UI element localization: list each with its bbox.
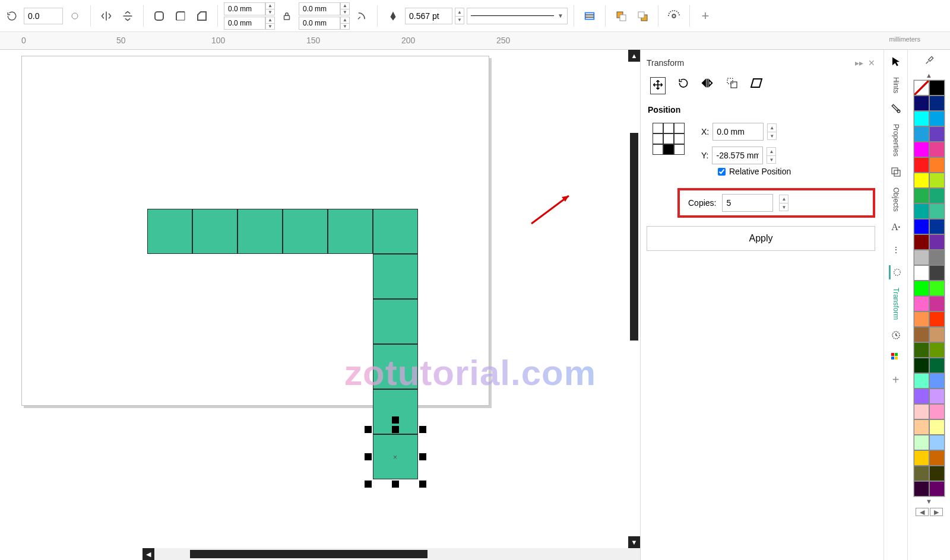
lock-corners-icon[interactable] <box>277 7 296 26</box>
spinner[interactable]: ▲▼ <box>455 8 464 24</box>
x-input[interactable] <box>712 123 764 141</box>
square[interactable] <box>373 344 418 389</box>
swatch[interactable] <box>929 389 945 404</box>
palette-right-icon[interactable]: ▶ <box>930 508 943 516</box>
scroll-up-icon[interactable]: ▲ <box>628 50 640 62</box>
swatch[interactable] <box>914 219 929 234</box>
square[interactable] <box>373 254 418 299</box>
tab-mirror[interactable] <box>701 77 714 94</box>
corner4-input[interactable] <box>299 17 340 30</box>
swatch[interactable] <box>914 126 929 142</box>
horizontal-scrollbar[interactable]: ◀ <box>0 548 640 560</box>
swatch[interactable] <box>914 311 929 327</box>
swatch[interactable] <box>929 126 945 142</box>
swatch[interactable] <box>914 327 929 342</box>
corner-chamfer-icon[interactable] <box>192 7 211 26</box>
to-front-icon[interactable] <box>612 7 631 26</box>
swatch[interactable] <box>929 327 945 342</box>
square[interactable] <box>238 209 283 254</box>
swatch[interactable] <box>914 173 929 188</box>
scroll-thumb[interactable] <box>190 550 428 558</box>
anchor-grid[interactable] <box>653 123 685 155</box>
rotate-icon[interactable] <box>2 7 21 26</box>
to-back-icon[interactable] <box>633 7 652 26</box>
swatch[interactable] <box>929 373 945 389</box>
corner3-input[interactable] <box>299 2 340 15</box>
corner-scallop-icon[interactable] <box>171 7 190 26</box>
outline-width-input[interactable] <box>405 8 452 24</box>
transform-tab[interactable]: Transform <box>892 288 900 320</box>
swatch[interactable] <box>929 203 945 219</box>
close-icon[interactable]: ✕ <box>868 58 875 68</box>
swatch[interactable] <box>929 358 945 373</box>
hints-tab[interactable]: Hints <box>892 77 900 93</box>
palette-down-icon[interactable]: ▼ <box>923 497 935 505</box>
add-docker-icon[interactable]: + <box>889 373 903 387</box>
swatch[interactable] <box>914 435 929 450</box>
swatch[interactable] <box>929 96 945 111</box>
swatch[interactable] <box>929 296 945 311</box>
swatch[interactable] <box>914 188 929 203</box>
swatch[interactable] <box>914 450 929 466</box>
square[interactable] <box>147 209 192 254</box>
swatch[interactable] <box>914 389 929 404</box>
convert-curves-icon[interactable] <box>664 7 683 26</box>
rotation-input[interactable] <box>24 8 63 24</box>
mirror-h-icon[interactable] <box>97 7 116 26</box>
swatch[interactable] <box>929 157 945 173</box>
scroll-left-icon[interactable]: ◀ <box>142 548 154 560</box>
swatch[interactable] <box>929 419 945 435</box>
swatch[interactable] <box>914 142 929 157</box>
swatch[interactable] <box>929 265 945 281</box>
text-icon[interactable]: A• <box>889 220 903 234</box>
spinner[interactable]: ▲▼ <box>779 195 788 211</box>
history-icon[interactable] <box>889 328 903 342</box>
swatch[interactable] <box>914 342 929 358</box>
objects-tab[interactable]: Objects <box>892 187 900 212</box>
vertical-scrollbar[interactable]: ▲ ▼ ⊕ <box>628 50 640 560</box>
selection-handles[interactable]: × <box>368 429 423 484</box>
swatch[interactable] <box>914 234 929 250</box>
swatch[interactable] <box>914 250 929 265</box>
swatch[interactable] <box>929 234 945 250</box>
square[interactable] <box>373 209 418 254</box>
swatch[interactable] <box>914 296 929 311</box>
wrap-text-icon[interactable] <box>580 7 599 26</box>
objects-icon[interactable] <box>889 165 903 179</box>
swatch[interactable] <box>929 142 945 157</box>
spinner[interactable]: ▲▼ <box>265 2 275 15</box>
mirror-v-icon[interactable] <box>118 7 137 26</box>
corner-round-icon[interactable] <box>150 7 169 26</box>
rgb-icon[interactable] <box>889 351 903 365</box>
transform-rail-icon[interactable] <box>889 265 903 279</box>
swatch[interactable] <box>929 342 945 358</box>
swatch[interactable] <box>914 157 929 173</box>
swatch[interactable] <box>914 265 929 281</box>
spinner[interactable]: ▲▼ <box>265 17 275 30</box>
relative-corner-icon[interactable] <box>352 7 371 26</box>
tab-skew[interactable] <box>750 77 763 94</box>
swatch[interactable] <box>929 250 945 265</box>
spinner[interactable]: ▲▼ <box>767 147 776 164</box>
swatch[interactable] <box>929 80 945 96</box>
add-icon[interactable]: + <box>696 7 715 26</box>
swatch[interactable] <box>914 419 929 435</box>
copies-input[interactable] <box>722 194 773 212</box>
swatch[interactable] <box>914 203 929 219</box>
square[interactable] <box>328 209 373 254</box>
swatch[interactable] <box>929 404 945 419</box>
swatch[interactable] <box>914 373 929 389</box>
more-icon[interactable]: ⋮ <box>889 243 903 257</box>
properties-tab[interactable]: Properties <box>892 124 900 157</box>
scroll-thumb[interactable] <box>630 133 638 341</box>
spinner[interactable]: ▲▼ <box>340 17 350 30</box>
pick-tool-icon[interactable] <box>889 55 903 69</box>
swatch[interactable] <box>929 466 945 481</box>
spinner[interactable]: ▲▼ <box>340 2 350 15</box>
collapse-icon[interactable]: ▸▸ <box>855 58 863 68</box>
swatch[interactable] <box>929 435 945 450</box>
swatch[interactable] <box>929 281 945 296</box>
palette-left-icon[interactable]: ◀ <box>916 508 929 516</box>
swatch[interactable] <box>914 404 929 419</box>
swatch[interactable] <box>929 450 945 466</box>
